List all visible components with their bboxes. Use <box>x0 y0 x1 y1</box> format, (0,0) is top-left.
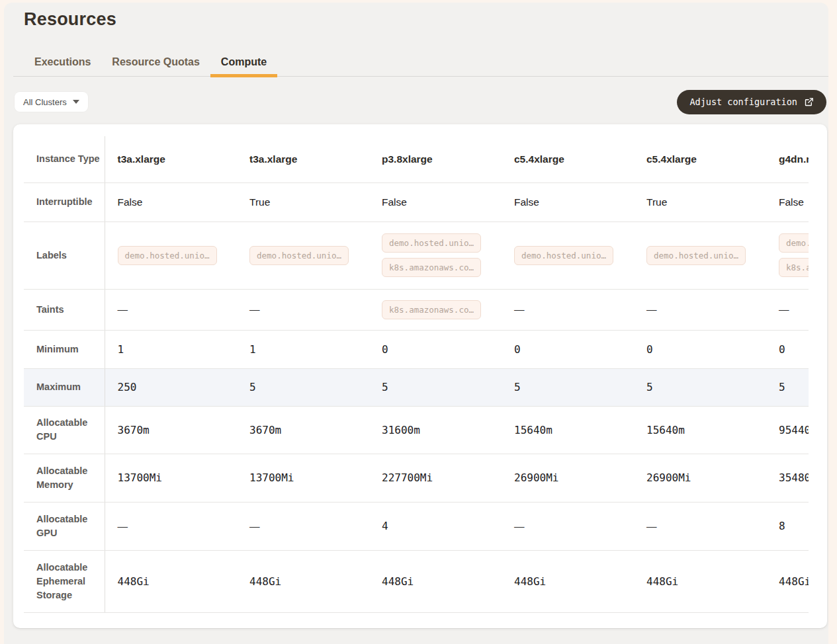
table-row-instance-type: Instance Type t3a.xlarge t3a.xlarge p3.8… <box>24 136 809 182</box>
cell-allocatable-memory: 26900Mi <box>502 454 634 502</box>
cell-interruptible: True <box>634 182 766 221</box>
label-chip: demo.hosted.unio… <box>646 246 746 265</box>
cell-maximum: 5 <box>634 368 766 406</box>
label-chip: demo.hosted.unio… <box>382 233 481 253</box>
external-link-icon <box>804 97 814 107</box>
cell-minimum: 0 <box>634 330 766 368</box>
row-label-labels: Labels <box>24 221 105 289</box>
content-panel: Resources Executions Resource Quotas Com… <box>4 3 828 644</box>
row-label-maximum: Maximum <box>24 368 105 406</box>
instance-type-header: p3.8xlarge <box>369 136 502 182</box>
cell-allocatable-cpu: 3670m <box>237 406 369 454</box>
cell-labels: demo.hosted.unio… k8s.amazonaws.co… <box>766 221 809 289</box>
instance-type-header: g4dn.metal <box>766 136 809 182</box>
row-label-minimum: Minimum <box>24 330 105 368</box>
cell-maximum: 5 <box>237 368 369 406</box>
cell-allocatable-gpu: 4 <box>369 502 502 550</box>
table-row-allocatable-gpu: Allocatable GPU — — 4 — — 8 <box>24 502 809 550</box>
cell-maximum: 250 <box>105 368 237 406</box>
cell-interruptible: False <box>502 182 634 221</box>
label-chip: k8s.amazonaws.co… <box>382 258 481 277</box>
cell-allocatable-memory: 26900Mi <box>634 454 766 502</box>
cell-allocatable-cpu: 31600m <box>369 406 502 454</box>
cell-labels: demo.hosted.unio… <box>502 221 634 289</box>
table-row-allocatable-memory: Allocatable Memory 13700Mi 13700Mi 22770… <box>24 454 809 502</box>
cell-taints: — <box>105 289 237 330</box>
table-row-maximum: Maximum 250 5 5 5 5 5 <box>24 368 809 406</box>
cell-interruptible: False <box>105 182 237 221</box>
label-chip: k8s.amazonaws.co… <box>779 258 809 277</box>
cell-interruptible: False <box>369 182 502 221</box>
adjust-configuration-label: Adjust configuration <box>689 97 797 107</box>
cell-taints: — <box>634 289 766 330</box>
cell-allocatable-gpu: — <box>237 502 369 550</box>
cell-labels: demo.hosted.unio… <box>634 221 766 289</box>
table-row-interruptible: Interruptible False True False False Tru… <box>24 182 809 221</box>
label-chip: demo.hosted.unio… <box>779 233 809 253</box>
instance-type-header: t3a.xlarge <box>237 136 369 182</box>
cell-allocatable-gpu: — <box>502 502 634 550</box>
cell-labels: demo.hosted.unio… <box>105 221 237 289</box>
compute-table-card: Instance Type t3a.xlarge t3a.xlarge p3.8… <box>13 124 827 628</box>
instance-type-header: c5.4xlarge <box>634 136 766 182</box>
label-chip: demo.hosted.unio… <box>118 246 217 265</box>
tab-bar: Executions Resource Quotas Compute <box>13 54 828 77</box>
cell-minimum: 0 <box>369 330 502 368</box>
tab-resource-quotas[interactable]: Resource Quotas <box>101 54 210 76</box>
table-row-minimum: Minimum 1 1 0 0 0 0 <box>24 330 809 368</box>
taint-chip: k8s.amazonaws.co… <box>382 300 481 319</box>
cell-interruptible: True <box>237 182 369 221</box>
row-label-interruptible: Interruptible <box>24 182 105 221</box>
cell-allocatable-ephemeral-storage: 448Gi <box>502 550 634 612</box>
tab-compute[interactable]: Compute <box>210 54 277 76</box>
row-label-allocatable-ephemeral-storage: Allocatable Ephemeral Storage <box>24 550 105 612</box>
adjust-configuration-button[interactable]: Adjust configuration <box>677 90 826 114</box>
row-label-taints: Taints <box>24 289 105 330</box>
cell-minimum: 1 <box>237 330 369 368</box>
cell-allocatable-cpu: 15640m <box>502 406 634 454</box>
cell-taints: — <box>766 289 809 330</box>
cell-allocatable-ephemeral-storage: 448Gi <box>105 550 237 612</box>
cell-allocatable-gpu: — <box>634 502 766 550</box>
instance-type-header: t3a.xlarge <box>105 136 237 182</box>
compute-table: Instance Type t3a.xlarge t3a.xlarge p3.8… <box>24 136 809 613</box>
cell-maximum: 5 <box>502 368 634 406</box>
cluster-filter-dropdown[interactable]: All Clusters <box>15 92 88 112</box>
cell-minimum: 0 <box>502 330 634 368</box>
cell-allocatable-ephemeral-storage: 448Gi <box>634 550 766 612</box>
page-title: Resources <box>24 9 116 30</box>
cell-taints: k8s.amazonaws.co… <box>369 289 502 330</box>
cell-allocatable-cpu: 95440m <box>766 406 809 454</box>
cell-maximum: 5 <box>766 368 809 406</box>
cell-allocatable-memory: 13700Mi <box>237 454 369 502</box>
cell-labels: demo.hosted.unio… <box>237 221 369 289</box>
controls-row: All Clusters Adjust configuration <box>15 88 826 116</box>
cell-taints: — <box>502 289 634 330</box>
label-chip: demo.hosted.unio… <box>249 246 349 265</box>
cell-allocatable-cpu: 3670m <box>105 406 237 454</box>
row-label-allocatable-memory: Allocatable Memory <box>24 454 105 502</box>
cell-allocatable-cpu: 15640m <box>634 406 766 454</box>
cell-allocatable-gpu: — <box>105 502 237 550</box>
label-chip: demo.hosted.unio… <box>514 246 613 265</box>
cell-allocatable-gpu: 8 <box>766 502 809 550</box>
compute-table-scroll-area[interactable]: Instance Type t3a.xlarge t3a.xlarge p3.8… <box>24 136 809 614</box>
table-row-allocatable-cpu: Allocatable CPU 3670m 3670m 31600m 15640… <box>24 406 809 454</box>
table-row-allocatable-ephemeral-storage: Allocatable Ephemeral Storage 448Gi 448G… <box>24 550 809 612</box>
cell-allocatable-memory: 354800Mi <box>766 454 809 502</box>
cell-labels: demo.hosted.unio… k8s.amazonaws.co… <box>369 221 502 289</box>
cell-minimum: 1 <box>105 330 237 368</box>
instance-type-header: c5.4xlarge <box>502 136 634 182</box>
row-label-allocatable-gpu: Allocatable GPU <box>24 502 105 550</box>
row-label-instance-type: Instance Type <box>24 136 105 182</box>
tab-executions[interactable]: Executions <box>24 54 101 76</box>
cell-allocatable-ephemeral-storage: 448Gi <box>766 550 809 612</box>
table-row-taints: Taints — — k8s.amazonaws.co… — — — <box>24 289 809 330</box>
cell-allocatable-ephemeral-storage: 448Gi <box>237 550 369 612</box>
table-row-labels: Labels demo.hosted.unio… demo.hosted.uni… <box>24 221 809 289</box>
cell-minimum: 0 <box>766 330 809 368</box>
chevron-down-icon <box>73 100 79 104</box>
cell-interruptible: False <box>766 182 809 221</box>
cell-allocatable-ephemeral-storage: 448Gi <box>369 550 502 612</box>
row-label-allocatable-cpu: Allocatable CPU <box>24 406 105 454</box>
